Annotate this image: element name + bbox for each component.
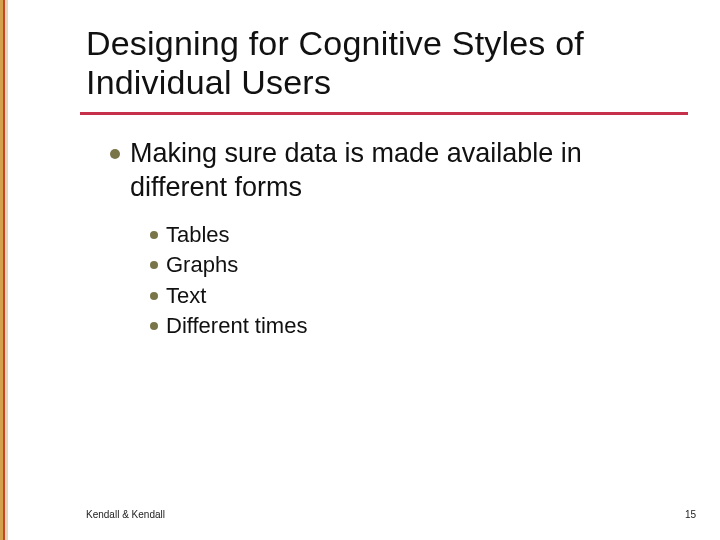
bullet-level2: Different times — [150, 312, 680, 341]
footer-author: Kendall & Kendall — [86, 509, 165, 520]
bullet-level2: Tables — [150, 221, 680, 250]
bullet-dot-icon — [150, 231, 158, 239]
bullet-level2-text: Text — [166, 282, 206, 311]
slide: Designing for Cognitive Styles of Indivi… — [0, 0, 720, 540]
bullet-level2-text: Different times — [166, 312, 307, 341]
bullet-level2: Text — [150, 282, 680, 311]
bullet-level2-group: Tables Graphs Text Different times — [150, 221, 680, 341]
bullet-dot-icon — [150, 261, 158, 269]
bullet-level1: Making sure data is made available in di… — [110, 137, 680, 205]
bullet-level2: Graphs — [150, 251, 680, 280]
slide-title: Designing for Cognitive Styles of Indivi… — [86, 24, 680, 102]
bullet-level2-text: Tables — [166, 221, 230, 250]
bullet-level1-text: Making sure data is made available in di… — [130, 137, 680, 205]
bullet-dot-icon — [150, 292, 158, 300]
title-underline — [80, 112, 688, 115]
bullet-level2-text: Graphs — [166, 251, 238, 280]
bullet-dot-icon — [110, 149, 120, 159]
bullet-dot-icon — [150, 322, 158, 330]
page-number: 15 — [685, 509, 696, 520]
